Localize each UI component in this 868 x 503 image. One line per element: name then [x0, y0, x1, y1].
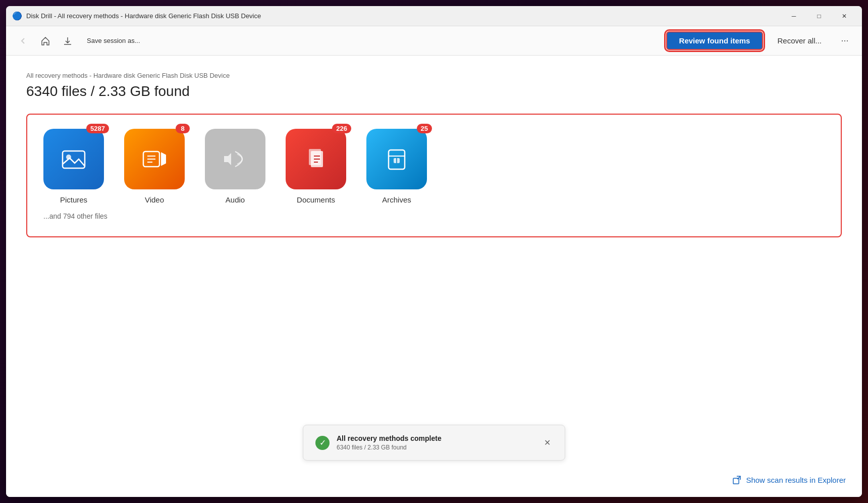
documents-label: Documents	[297, 195, 335, 204]
notification-close-button[interactable]: ✕	[542, 436, 553, 449]
documents-svg	[301, 144, 331, 174]
category-grid: 5287 Pictures	[43, 129, 825, 204]
category-pictures[interactable]: 5287 Pictures	[43, 129, 104, 204]
recover-all-button[interactable]: Recover all...	[767, 32, 832, 49]
documents-icon	[286, 129, 346, 189]
maximize-button[interactable]: □	[807, 8, 831, 24]
review-found-items-button[interactable]: Review found items	[666, 31, 764, 50]
notification-subtitle: 6340 files / 2.33 GB found	[337, 444, 535, 451]
show-results-link[interactable]: Show scan results in Explorer	[732, 475, 846, 485]
pictures-svg	[59, 144, 89, 174]
minimize-button[interactable]: ─	[782, 8, 805, 24]
breadcrumb: All recovery methods - Hardware disk Gen…	[26, 72, 842, 79]
audio-icon	[205, 129, 265, 189]
main-content: All recovery methods - Hardware disk Gen…	[6, 56, 862, 497]
archives-svg	[382, 144, 412, 174]
download-icon	[63, 36, 73, 46]
show-results-label: Show scan results in Explorer	[746, 476, 846, 484]
archives-icon	[366, 129, 427, 189]
audio-icon-wrap	[205, 129, 265, 189]
audio-label: Audio	[226, 195, 245, 204]
svg-rect-1	[63, 151, 85, 168]
pictures-label: Pictures	[60, 195, 87, 204]
notification-title: All recovery methods complete	[337, 434, 535, 442]
app-icon: 🔵	[12, 11, 22, 21]
audio-svg	[220, 144, 250, 174]
svg-marker-4	[161, 153, 166, 165]
pictures-icon	[43, 129, 104, 189]
archives-badge: 25	[417, 124, 432, 133]
window-title: Disk Drill - All recovery methods - Hard…	[26, 12, 782, 20]
video-icon	[124, 129, 185, 189]
home-icon	[40, 36, 50, 46]
documents-badge: 226	[332, 124, 351, 133]
video-badge: 8	[176, 124, 190, 133]
main-window: 🔵 Disk Drill - All recovery methods - Ha…	[6, 6, 862, 497]
check-icon: ✓	[315, 436, 330, 450]
back-icon	[19, 36, 28, 45]
other-files-text: ...and 794 other files	[43, 212, 825, 220]
external-link-icon	[732, 475, 742, 485]
save-session-button[interactable]: Save session as...	[81, 34, 146, 47]
archives-label: Archives	[382, 195, 411, 204]
category-documents[interactable]: 226 Documents	[286, 129, 346, 204]
pictures-icon-wrap: 5287	[43, 129, 104, 189]
video-icon-wrap: 8	[124, 129, 185, 189]
notification-content: All recovery methods complete 6340 files…	[337, 434, 535, 451]
toolbar: Save session as... Review found items Re…	[6, 26, 862, 56]
category-results-box: 5287 Pictures	[26, 114, 842, 237]
video-svg	[139, 144, 170, 174]
category-video[interactable]: 8 Video	[124, 129, 185, 204]
category-archives[interactable]: 25 Archives	[366, 129, 427, 204]
archives-icon-wrap: 25	[366, 129, 427, 189]
completion-notification: ✓ All recovery methods complete 6340 fil…	[303, 425, 565, 461]
close-button[interactable]: ✕	[833, 8, 856, 24]
more-options-button[interactable]: ···	[836, 32, 854, 50]
video-label: Video	[145, 195, 164, 204]
title-bar: 🔵 Disk Drill - All recovery methods - Ha…	[6, 6, 862, 26]
download-button[interactable]	[59, 32, 77, 50]
page-title: 6340 files / 2.33 GB found	[26, 83, 842, 99]
window-controls: ─ □ ✕	[782, 8, 856, 24]
save-session-label: Save session as...	[87, 37, 140, 44]
pictures-badge: 5287	[86, 124, 109, 133]
back-button[interactable]	[14, 32, 32, 50]
home-button[interactable]	[36, 32, 55, 50]
category-audio[interactable]: Audio	[205, 129, 265, 204]
documents-icon-wrap: 226	[286, 129, 346, 189]
